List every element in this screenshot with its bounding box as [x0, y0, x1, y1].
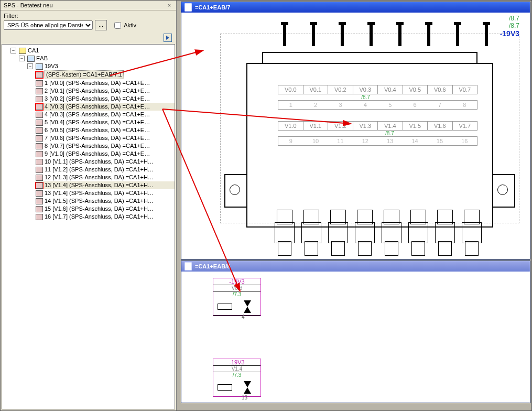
doc2-canvas[interactable]: -19V3 V0.3 /7.3 4 -19V3 V1.4 /7.3 13: [181, 272, 530, 403]
doc2-title: =CA1+EAB/8: [195, 263, 230, 269]
terminal-icon: [36, 151, 43, 157]
tree-node-eab[interactable]: − EAB: [19, 55, 175, 62]
page-icon: [184, 262, 192, 271]
schematic-window-2[interactable]: =CA1+EAB/8 -19V3 V0.3 /7.3 4 -19V3 V1.4 …: [181, 261, 530, 403]
tree-leaf[interactable]: 13 [V1.4] (SPS-Anschluss, DA) =CA1+H…: [36, 189, 175, 197]
terminal-icon: [36, 167, 43, 173]
terminal-icon: [36, 104, 43, 110]
tree-root[interactable]: − CA1: [10, 47, 175, 55]
tree-node-19v3[interactable]: − 19V3: [27, 62, 175, 70]
terminal-icon: [36, 88, 43, 94]
tree-selected-box[interactable]: (SPS-Kasten) =CA1+EAB/7.1: [36, 70, 175, 79]
device-drawing: V0.0V0.1 V0.2V0.3 V0.4V0.5 V0.6V0.7 /8.7…: [220, 28, 519, 255]
symbol-2[interactable]: -19V3 V1.4 /7.3 13: [213, 359, 261, 397]
doc1-title: =CA1+EAB/7: [195, 4, 230, 10]
play-icon[interactable]: [164, 34, 172, 42]
tree-leaf[interactable]: 16 [V1.7] (SPS-Anschluss, DA) =CA1+H…: [36, 213, 175, 221]
tree-leaf-selected[interactable]: 4 [V0.3] (SPS-Anschluss, DA) =CA1+E…: [36, 103, 175, 111]
terminal-icon: [36, 96, 43, 102]
tree-leaf[interactable]: 10 [V1.1] (SPS-Anschluss, DA) =CA1+H…: [36, 158, 175, 166]
active-checkbox[interactable]: Aktiv: [112, 20, 136, 30]
box-icon: [36, 72, 43, 78]
panel-titlebar: SPS - Betatest neu ×: [1, 1, 176, 10]
plc-icon: [19, 48, 26, 54]
tree-leaf[interactable]: 12 [V1.3] (SPS-Anschluss, DA) =CA1+H…: [36, 174, 175, 181]
symbol-1[interactable]: -19V3 V0.3 /7.3 4: [213, 278, 261, 316]
terminal-icon: [36, 80, 43, 86]
tree-leaf[interactable]: 2 [V0.1] (SPS-Anschluss, DA) =CA1+E…: [36, 87, 175, 95]
close-icon[interactable]: ×: [166, 2, 173, 8]
panel-title-text: SPS - Betatest neu: [4, 2, 53, 8]
terminal-icon: [36, 127, 43, 134]
tree-leaf[interactable]: 3 [V0.2] (SPS-Anschluss, DA) =CA1+E…: [36, 95, 175, 103]
terminal-icon: [36, 190, 43, 197]
tree-leaf-selected[interactable]: 13 [V1.4] (SPS-Anschluss, DA) =CA1+H…: [36, 181, 175, 189]
terminal-icon: [36, 120, 43, 126]
terminal-icon: [36, 182, 43, 189]
navigator-tree[interactable]: − CA1 − EAB: [2, 44, 175, 409]
terminal-icon: [36, 175, 43, 181]
tree-leaf[interactable]: 4 [V0.3] (SPS-Anschluss, DA) =CA1+E…: [36, 111, 175, 118]
doc1-canvas[interactable]: /8.7 /8.7 -19V3: [181, 13, 530, 259]
terminal-icon: [36, 206, 43, 212]
terminal-icon: [36, 198, 43, 204]
terminal-icon: [36, 135, 43, 142]
terminal-icon: [36, 112, 43, 118]
filter-select[interactable]: SPS-ÜS ohne allpolige Darstellung: [4, 20, 93, 30]
tree-leaf[interactable]: 14 [V1.5] (SPS-Anschluss, DA) =CA1+H…: [36, 197, 175, 205]
sps-navigator-panel: SPS - Betatest neu × Filter: SPS-ÜS ohne…: [1, 1, 177, 410]
doc2-titlebar[interactable]: =CA1+EAB/8: [181, 261, 530, 272]
collapse-icon[interactable]: −: [19, 56, 25, 61]
device-icon: [36, 63, 43, 70]
tree-leaf[interactable]: 8 [V0.7] (SPS-Anschluss, DA) =CA1+E…: [36, 142, 175, 150]
filter-label: Filter:: [4, 13, 18, 19]
page-icon: [184, 3, 192, 12]
tree-leaf[interactable]: 9 [V1.0] (SPS-Anschluss, DA) =CA1+E…: [36, 150, 175, 158]
terminal-icon: [36, 143, 43, 149]
tree-leaf[interactable]: 1 [V0.0] (SPS-Anschluss, DA) =CA1+E…: [36, 79, 175, 87]
filter-more-button[interactable]: ...: [95, 20, 107, 30]
filter-label-row: Filter:: [1, 10, 176, 19]
terminal-icon: [36, 159, 43, 165]
terminal-icon: [36, 214, 43, 220]
editor-area: =CA1+EAB/7 /8.7 /8.7 -19V3: [180, 1, 531, 410]
collapse-icon[interactable]: −: [27, 63, 33, 69]
module-icon: [27, 56, 35, 62]
filter-row: SPS-ÜS ohne allpolige Darstellung ... Ak…: [1, 19, 176, 34]
tree-leaf[interactable]: 5 [V0.4] (SPS-Anschluss, DA) =CA1+E…: [36, 118, 175, 126]
tree-leaf[interactable]: 11 [V1.2] (SPS-Anschluss, DA) =CA1+H…: [36, 166, 175, 174]
schematic-window-1[interactable]: =CA1+EAB/7 /8.7 /8.7 -19V3: [181, 2, 530, 259]
active-checkbox-input[interactable]: [114, 22, 121, 29]
doc1-titlebar[interactable]: =CA1+EAB/7: [181, 2, 530, 13]
tree-leaf[interactable]: 15 [V1.6] (SPS-Anschluss, DA) =CA1+H…: [36, 205, 175, 213]
tree-leaf[interactable]: 7 [V0.6] (SPS-Anschluss, DA) =CA1+E…: [36, 134, 175, 142]
tree-leaf[interactable]: 6 [V0.5] (SPS-Anschluss, DA) =CA1+E…: [36, 126, 175, 134]
collapse-icon[interactable]: −: [10, 48, 16, 53]
